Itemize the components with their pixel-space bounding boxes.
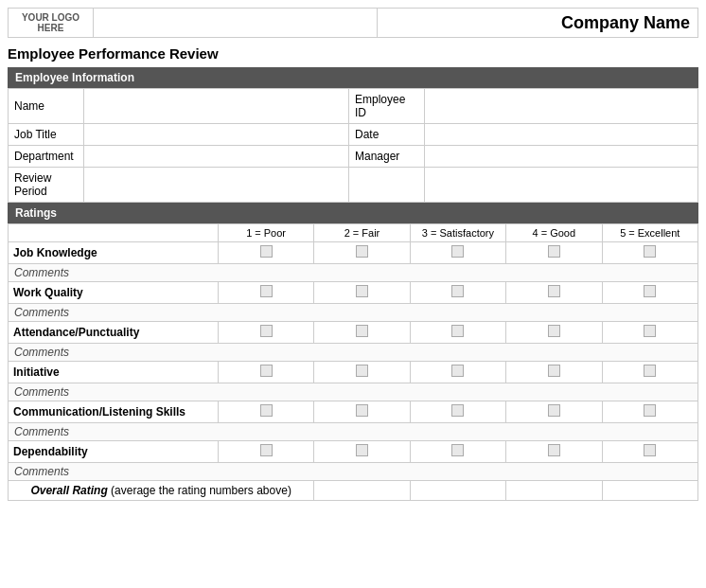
value-date[interactable] xyxy=(425,124,698,146)
overall-rating-empty-2 xyxy=(506,481,602,501)
checkbox-ap-2[interactable] xyxy=(314,322,410,344)
label-employee-id: Employee ID xyxy=(349,89,425,124)
checkbox-in-5[interactable] xyxy=(602,362,697,383)
col-header-5: 5 = Excellent xyxy=(602,224,697,242)
label-manager: Manager xyxy=(349,146,425,168)
field-row-name: Name Employee ID xyxy=(9,89,698,124)
checkbox-in-1[interactable] xyxy=(218,362,313,383)
overall-rating-bold: Overall Rating xyxy=(30,484,107,497)
label-job-knowledge: Job Knowledge xyxy=(9,242,219,264)
overall-rating-empty-3 xyxy=(602,481,697,501)
checkbox-dep-2[interactable] xyxy=(314,441,410,463)
comments-row-work-quality: Comments xyxy=(9,304,698,322)
label-attendance: Attendance/Punctuality xyxy=(9,322,219,344)
value-name[interactable] xyxy=(84,89,349,124)
page-title: Employee Performance Review xyxy=(8,45,698,62)
checkbox-wq-5[interactable] xyxy=(602,282,697,304)
row-attendance: Attendance/Punctuality xyxy=(9,322,698,344)
checkbox-dep-5[interactable] xyxy=(602,441,697,463)
label-date: Date xyxy=(349,124,425,146)
value-department[interactable] xyxy=(84,146,349,168)
comments-row-dependability: Comments xyxy=(9,463,698,481)
employee-info-header: Employee Information xyxy=(8,67,698,88)
checkbox-dep-1[interactable] xyxy=(218,441,313,463)
comments-row-communication: Comments xyxy=(9,423,698,441)
checkbox-jk-4[interactable] xyxy=(506,242,602,264)
overall-rating-value[interactable] xyxy=(314,481,410,501)
col-header-4: 4 = Good xyxy=(506,224,602,242)
label-name: Name xyxy=(9,89,84,124)
row-overall-rating: Overall Rating (average the rating numbe… xyxy=(9,481,698,501)
checkbox-dep-3[interactable] xyxy=(410,441,505,463)
checkbox-wq-1[interactable] xyxy=(218,282,313,304)
employee-info-table: Name Employee ID Job Title Date Departme… xyxy=(8,88,698,203)
label-department: Department xyxy=(9,146,84,168)
label-initiative: Initiative xyxy=(9,362,219,383)
col-header-3: 3 = Satisfactory xyxy=(410,224,505,242)
checkbox-in-2[interactable] xyxy=(314,362,410,383)
logo-text: YOUR LOGO HERE xyxy=(22,12,79,33)
checkbox-cl-3[interactable] xyxy=(410,401,505,423)
label-review-right xyxy=(349,168,425,203)
value-review-period[interactable] xyxy=(84,168,349,203)
checkbox-cl-5[interactable] xyxy=(602,401,697,423)
checkbox-wq-2[interactable] xyxy=(314,282,410,304)
company-name: Company Name xyxy=(378,9,698,38)
field-row-review-period: Review Period xyxy=(9,168,698,203)
checkbox-jk-5[interactable] xyxy=(602,242,697,264)
col-header-2: 2 = Fair xyxy=(314,224,410,242)
checkbox-ap-3[interactable] xyxy=(410,322,505,344)
ratings-table: 1 = Poor 2 = Fair 3 = Satisfactory 4 = G… xyxy=(8,223,698,501)
checkbox-wq-4[interactable] xyxy=(506,282,602,304)
checkbox-jk-3[interactable] xyxy=(410,242,505,264)
comments-jk[interactable]: Comments xyxy=(9,264,698,282)
checkbox-dep-4[interactable] xyxy=(506,441,602,463)
overall-rating-note: (average the rating numbers above) xyxy=(108,484,291,497)
col-header-label xyxy=(9,224,219,242)
header-table: YOUR LOGO HERE Company Name xyxy=(8,8,698,38)
checkbox-wq-3[interactable] xyxy=(410,282,505,304)
value-review-right xyxy=(425,168,698,203)
header-middle-cell xyxy=(94,9,378,38)
comments-ap[interactable]: Comments xyxy=(9,344,698,362)
row-job-knowledge: Job Knowledge xyxy=(9,242,698,264)
overall-rating-empty-1 xyxy=(410,481,505,501)
row-work-quality: Work Quality xyxy=(9,282,698,304)
checkbox-ap-4[interactable] xyxy=(506,322,602,344)
ratings-column-headers: 1 = Poor 2 = Fair 3 = Satisfactory 4 = G… xyxy=(9,224,698,242)
label-dependability: Dependability xyxy=(9,441,219,463)
col-header-1: 1 = Poor xyxy=(218,224,313,242)
checkbox-ap-1[interactable] xyxy=(218,322,313,344)
row-dependability: Dependability xyxy=(9,441,698,463)
row-communication: Communication/Listening Skills xyxy=(9,401,698,423)
label-job-title: Job Title xyxy=(9,124,84,146)
value-manager[interactable] xyxy=(425,146,698,168)
comments-wq[interactable]: Comments xyxy=(9,304,698,322)
checkbox-ap-5[interactable] xyxy=(602,322,697,344)
checkbox-jk-1[interactable] xyxy=(218,242,313,264)
logo-cell: YOUR LOGO HERE xyxy=(9,9,94,38)
comments-row-initiative: Comments xyxy=(9,383,698,401)
label-work-quality: Work Quality xyxy=(9,282,219,304)
checkbox-cl-1[interactable] xyxy=(218,401,313,423)
checkbox-cl-2[interactable] xyxy=(314,401,410,423)
checkbox-cl-4[interactable] xyxy=(506,401,602,423)
checkbox-jk-2[interactable] xyxy=(314,242,410,264)
label-review-period: Review Period xyxy=(9,168,84,203)
field-row-department: Department Manager xyxy=(9,146,698,168)
comments-in[interactable]: Comments xyxy=(9,383,698,401)
row-initiative: Initiative xyxy=(9,362,698,383)
checkbox-in-4[interactable] xyxy=(506,362,602,383)
ratings-header: Ratings xyxy=(8,203,698,223)
checkbox-in-3[interactable] xyxy=(410,362,505,383)
comments-row-attendance: Comments xyxy=(9,344,698,362)
comments-row-job-knowledge: Comments xyxy=(9,264,698,282)
value-job-title[interactable] xyxy=(84,124,349,146)
comments-dep[interactable]: Comments xyxy=(9,463,698,481)
comments-cl[interactable]: Comments xyxy=(9,423,698,441)
field-row-jobtitle: Job Title Date xyxy=(9,124,698,146)
value-employee-id[interactable] xyxy=(425,89,698,124)
overall-rating-label: Overall Rating (average the rating numbe… xyxy=(9,481,314,501)
label-communication: Communication/Listening Skills xyxy=(9,401,219,423)
